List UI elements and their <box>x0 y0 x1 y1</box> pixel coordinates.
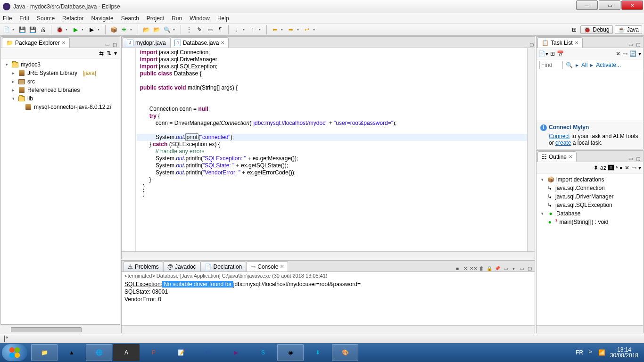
taskbar-eclipse[interactable]: ◉ <box>277 344 304 361</box>
forward-button[interactable]: ➡ <box>287 25 295 34</box>
toggle-block-button[interactable]: ▭ <box>206 25 214 34</box>
pin-console-icon[interactable]: 📌 <box>494 265 501 272</box>
clear-console-icon[interactable]: 🗑 <box>478 265 485 272</box>
task-find-input[interactable] <box>539 61 563 69</box>
task-all-link[interactable]: All <box>581 62 587 68</box>
menu-file[interactable]: File <box>3 15 12 22</box>
menu-window[interactable]: Window <box>190 15 210 22</box>
collapse-all-icon[interactable]: ⇆ <box>99 50 104 57</box>
mylyn-create-link[interactable]: create <box>555 140 571 146</box>
maximize-button[interactable]: ▭ <box>599 0 620 10</box>
outline-tab[interactable]: ☷Outline✕ <box>537 151 577 162</box>
menu-search[interactable]: Search <box>121 15 139 22</box>
view-menu-icon[interactable]: ▾ <box>638 165 641 171</box>
taskbar-notepadpp[interactable]: 📝 <box>168 344 194 361</box>
outline-main[interactable]: main(String[]) : void <box>560 219 609 225</box>
console-output[interactable]: SQLException: No suitable driver found f… <box>122 280 535 325</box>
maximize-view-icon[interactable]: ▢ <box>635 155 641 162</box>
tree-ref-libs[interactable]: Referenced Libraries <box>27 87 80 93</box>
minimize-view-icon[interactable]: ▭ <box>627 155 634 162</box>
menu-project[interactable]: Project <box>147 15 164 22</box>
task-list-tab[interactable]: 📋Task List✕ <box>537 37 583 48</box>
taskbar-powerpoint[interactable]: P <box>140 344 167 361</box>
sync-icon[interactable]: 🔄 <box>629 50 636 57</box>
debug-button[interactable]: 🐞 <box>55 25 64 34</box>
save-button[interactable]: 💾 <box>18 25 26 34</box>
tab-declaration[interactable]: 📄Declaration <box>200 261 247 272</box>
search-button[interactable]: 🔍 <box>163 25 171 34</box>
taskbar-app1[interactable]: ⬇ <box>305 344 331 361</box>
new-class-button[interactable]: ✳ <box>120 25 128 34</box>
view-menu-icon[interactable]: ▾ <box>638 50 641 57</box>
outline-import-2[interactable]: java.sql.DriverManager <box>555 193 613 200</box>
taskbar-vlc[interactable]: ▲ <box>58 344 85 361</box>
focus-icon[interactable]: ▭ <box>622 50 627 57</box>
tree-project[interactable]: mydoc3 <box>21 61 41 68</box>
minimize-view-icon[interactable]: ▭ <box>627 41 634 48</box>
menu-run[interactable]: Run <box>172 15 182 22</box>
close-icon[interactable]: ✕ <box>280 264 284 269</box>
hide-nonpublic-icon[interactable]: ● <box>619 165 623 171</box>
tab-javadoc[interactable]: @Javadoc <box>163 261 200 272</box>
hide-local-icon[interactable]: ✕ <box>625 165 629 171</box>
toggle-breadcrumb-button[interactable]: ⋮ <box>185 25 193 34</box>
close-icon[interactable]: ✕ <box>62 40 66 45</box>
package-explorer-tab[interactable]: 📁 Package Explorer ✕ <box>2 37 70 48</box>
task-activate-link[interactable]: Activate... <box>596 62 621 68</box>
open-task-button[interactable]: 📂 <box>152 25 161 34</box>
menu-edit[interactable]: Edit <box>19 15 29 22</box>
code-editor[interactable]: import java.sql.Connection; import java.… <box>122 48 535 251</box>
hide-fields-icon[interactable]: 🅾 <box>608 165 614 171</box>
outline-import-1[interactable]: java.sql.Connection <box>555 185 605 191</box>
tree-jar[interactable]: mysql-connector-java-8.0.12.zi <box>34 104 111 110</box>
open-console-icon[interactable]: ▾ <box>510 265 517 272</box>
tab-problems[interactable]: ⚠Problems <box>124 261 163 272</box>
next-annotation-button[interactable]: ↓ <box>232 25 241 34</box>
close-icon[interactable]: ✕ <box>221 40 224 45</box>
outline-import-3[interactable]: java.sql.SQLException <box>555 202 612 208</box>
categorize-icon[interactable]: ⊞ <box>550 50 555 57</box>
tray-clock[interactable]: 13:14 30/08/2018 <box>610 347 638 358</box>
maximize-view-icon[interactable]: ▢ <box>526 265 533 272</box>
tray-lang[interactable]: FR <box>576 349 583 356</box>
taskbar-explorer[interactable]: 📁 <box>31 344 58 361</box>
taskbar-adobe[interactable]: A <box>113 344 140 361</box>
remove-all-icon[interactable]: ✕✕ <box>470 265 477 272</box>
maximize-editor-icon[interactable]: ▢ <box>528 41 535 48</box>
package-explorer-tree[interactable]: ▾mydoc3 ▸JRE System Library [java] ▸src … <box>1 58 120 324</box>
new-package-button[interactable]: 📦 <box>109 25 118 34</box>
maximize-view-icon[interactable]: ▢ <box>111 41 118 48</box>
minimize-view-icon[interactable]: ▭ <box>104 41 110 48</box>
last-edit-button[interactable]: ↩ <box>303 25 311 34</box>
menu-help[interactable]: Help <box>217 15 229 22</box>
editor-tab-1[interactable]: Jmydopr.java <box>123 37 170 48</box>
perspective-java[interactable]: ☕Java <box>615 25 642 34</box>
remove-launch-icon[interactable]: ✕ <box>462 265 469 272</box>
editor-hscrollbar[interactable] <box>122 251 535 259</box>
view-menu-icon[interactable]: ▾ <box>114 50 117 57</box>
link-editor-icon[interactable]: ⇅ <box>107 50 111 57</box>
console-hscrollbar[interactable] <box>122 325 535 333</box>
run-button[interactable]: ▶ <box>71 25 80 34</box>
menu-source[interactable]: Source <box>37 15 55 22</box>
save-all-button[interactable]: 💾 <box>28 25 37 34</box>
collapse-icon[interactable]: ✕ <box>616 50 620 57</box>
az-icon[interactable]: aᴢ <box>600 165 606 171</box>
start-button[interactable] <box>2 344 27 361</box>
hide-static-icon[interactable]: ˢ <box>616 165 618 171</box>
toggle-mark-button[interactable]: ✎ <box>195 25 204 34</box>
close-icon[interactable]: ✕ <box>575 40 578 45</box>
editor-tab-2[interactable]: JDatabase.java✕ <box>170 37 229 48</box>
outline-class[interactable]: Database <box>556 210 580 217</box>
run-last-button[interactable]: ▶ <box>87 25 96 34</box>
display-console-icon[interactable]: ▭ <box>502 265 509 272</box>
tab-console[interactable]: ▭Console✕ <box>246 261 288 272</box>
taskbar-word[interactable]: W <box>195 344 222 361</box>
menu-refactor[interactable]: Refactor <box>62 15 83 22</box>
menu-navigate[interactable]: Navigate <box>91 15 113 22</box>
print-button[interactable]: 🖨 <box>39 25 47 34</box>
open-perspective-button[interactable]: ⊞ <box>570 25 578 34</box>
search-icon[interactable]: 🔍 <box>566 62 573 68</box>
sort-icon[interactable]: ⬍ <box>594 165 598 171</box>
tray-flag-icon[interactable]: 🏳 <box>588 349 594 356</box>
